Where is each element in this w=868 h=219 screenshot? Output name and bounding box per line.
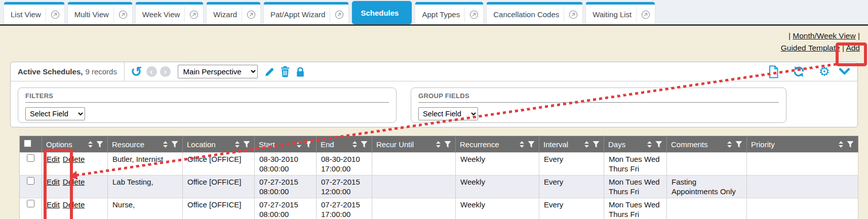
new-document-icon[interactable] bbox=[768, 65, 779, 78]
external-link-icon[interactable] bbox=[637, 10, 650, 19]
tab-cancellation-codes[interactable]: Cancellation Codes bbox=[487, 2, 582, 24]
filter-funnel-icon[interactable] bbox=[444, 141, 451, 148]
cell-start: 07-27-2015 08:00:00 bbox=[255, 176, 317, 198]
filter-funnel-icon[interactable] bbox=[655, 141, 662, 148]
sort-icon[interactable] bbox=[436, 141, 441, 148]
delete-link[interactable]: Delete bbox=[63, 178, 85, 186]
tab-wizard[interactable]: Wizard bbox=[207, 2, 260, 24]
tab-label: Multi View bbox=[74, 10, 113, 19]
cell-recur-until bbox=[372, 153, 456, 176]
grid-toolbar: Active Schedules,9 records ↺ ‹ › Main Pe… bbox=[11, 62, 857, 81]
cell-interval: Every bbox=[539, 153, 604, 176]
external-link-icon[interactable] bbox=[465, 10, 479, 19]
group-fields-select[interactable]: Select Field bbox=[418, 107, 478, 120]
tab-bar: List ViewMulti ViewWeek ViewWizardPat/Ap… bbox=[0, 0, 868, 26]
tab-multi-view[interactable]: Multi View bbox=[68, 2, 132, 24]
filter-funnel-icon[interactable] bbox=[243, 141, 250, 148]
external-link-icon[interactable] bbox=[46, 10, 60, 19]
filter-funnel-icon[interactable] bbox=[361, 141, 368, 148]
cell-end: 08-30-2010 17:00:00 bbox=[317, 153, 372, 176]
refresh-icon[interactable] bbox=[793, 65, 805, 78]
sort-icon[interactable] bbox=[727, 141, 732, 148]
row-checkbox[interactable] bbox=[27, 154, 34, 162]
cell-recurrence: Weekly bbox=[456, 198, 539, 219]
column-header-priority: Priority bbox=[747, 136, 858, 153]
perspective-select[interactable]: Main Perspective bbox=[178, 65, 258, 78]
sort-icon[interactable] bbox=[234, 141, 240, 148]
delete-link[interactable]: Delete bbox=[63, 200, 85, 209]
sort-icon[interactable] bbox=[88, 141, 93, 148]
row-select-cell bbox=[20, 176, 42, 198]
settings-gear-icon[interactable]: ⚙ bbox=[819, 65, 830, 78]
filter-funnel-icon[interactable] bbox=[171, 141, 178, 148]
edit-pencil-icon[interactable] bbox=[264, 66, 275, 77]
delete-trash-icon[interactable] bbox=[280, 66, 290, 77]
cell-comments bbox=[667, 153, 747, 176]
sort-icon[interactable] bbox=[647, 141, 652, 148]
tab-waiting-list[interactable]: Waiting List bbox=[586, 2, 655, 24]
select-all-header-cell bbox=[20, 136, 42, 153]
external-link-icon[interactable] bbox=[330, 10, 344, 19]
row-checkbox[interactable] bbox=[27, 200, 34, 207]
filter-funnel-icon[interactable] bbox=[847, 141, 854, 148]
schedules-table: OptionsResourceLocationStartEndRecur Unt… bbox=[19, 136, 858, 219]
filters-field-select[interactable]: Select Field bbox=[25, 107, 85, 120]
row-select-cell bbox=[20, 153, 42, 176]
external-link-icon[interactable] bbox=[185, 10, 199, 19]
tab-label: Week View bbox=[142, 10, 184, 19]
tab-appt-types[interactable]: Appt Types bbox=[415, 2, 483, 24]
guided-template-link[interactable]: Guided Template bbox=[781, 43, 840, 52]
filters-label: FILTERS bbox=[25, 92, 389, 103]
select-all-checkbox[interactable] bbox=[24, 140, 31, 147]
column-header-start: Start bbox=[255, 136, 317, 153]
edit-link[interactable]: Edit bbox=[47, 200, 60, 209]
column-label: Start bbox=[259, 140, 296, 149]
filter-funnel-icon[interactable] bbox=[96, 141, 103, 148]
cell-end: 07-27-2015 17:00:00 bbox=[317, 198, 372, 219]
cell-recurrence: Weekly bbox=[456, 153, 539, 176]
cell-days: Mon Tues Wed Thurs Fri bbox=[604, 176, 667, 198]
collapse-chevron-icon[interactable] bbox=[839, 68, 850, 75]
filter-funnel-icon[interactable] bbox=[735, 141, 742, 148]
month-week-view-link[interactable]: Month/Week View bbox=[793, 31, 855, 40]
edit-link[interactable]: Edit bbox=[47, 178, 60, 186]
column-label: Options bbox=[46, 140, 88, 149]
sort-icon[interactable] bbox=[838, 141, 844, 148]
filter-funnel-icon[interactable] bbox=[593, 141, 600, 148]
table-row: EditDeleteLab Testing,Office [OFFICE]07-… bbox=[20, 176, 858, 198]
table-head: OptionsResourceLocationStartEndRecur Unt… bbox=[20, 136, 858, 153]
tab-schedules[interactable]: Schedules bbox=[352, 1, 412, 24]
quick-links-line1: | Month/Week View | bbox=[781, 30, 860, 42]
external-link-icon[interactable] bbox=[564, 10, 578, 19]
cell-location: Office [OFFICE] bbox=[183, 153, 255, 176]
undo-icon[interactable]: ↺ bbox=[131, 65, 142, 78]
column-header-days: Days bbox=[604, 136, 667, 153]
edit-link[interactable]: Edit bbox=[47, 155, 60, 163]
tab-week-view[interactable]: Week View bbox=[136, 2, 203, 24]
sort-icon[interactable] bbox=[352, 141, 358, 148]
filter-funnel-icon[interactable] bbox=[528, 141, 535, 148]
row-checkbox[interactable] bbox=[27, 177, 34, 185]
cell-recur-until bbox=[372, 176, 456, 198]
tab-pat-appt-wizard[interactable]: Pat/Appt Wizard bbox=[264, 2, 348, 24]
previous-perspective-icon[interactable]: ‹ bbox=[146, 66, 157, 77]
sort-icon[interactable] bbox=[584, 141, 589, 148]
add-link[interactable]: Add bbox=[846, 43, 860, 52]
column-header-location: Location bbox=[183, 136, 255, 153]
sort-icon[interactable] bbox=[296, 141, 302, 148]
cell-interval: Every bbox=[539, 198, 604, 219]
filter-funnel-icon[interactable] bbox=[305, 141, 312, 148]
external-link-icon[interactable] bbox=[114, 10, 128, 19]
external-link-icon[interactable] bbox=[242, 10, 256, 19]
tab-list-view[interactable]: List View bbox=[4, 2, 64, 24]
cell-comments: Fasting Appointments Only bbox=[667, 176, 747, 198]
delete-link[interactable]: Delete bbox=[63, 155, 85, 163]
cell-recur-until bbox=[372, 198, 456, 219]
lock-icon[interactable] bbox=[295, 66, 305, 77]
sort-icon[interactable] bbox=[163, 141, 168, 148]
sort-icon[interactable] bbox=[519, 141, 525, 148]
toolbar-right-icons: ⚙ bbox=[768, 65, 850, 78]
quick-links-line2: Guided Template | Add bbox=[781, 42, 860, 54]
cell-priority bbox=[747, 176, 858, 198]
next-perspective-icon[interactable]: › bbox=[160, 66, 171, 77]
